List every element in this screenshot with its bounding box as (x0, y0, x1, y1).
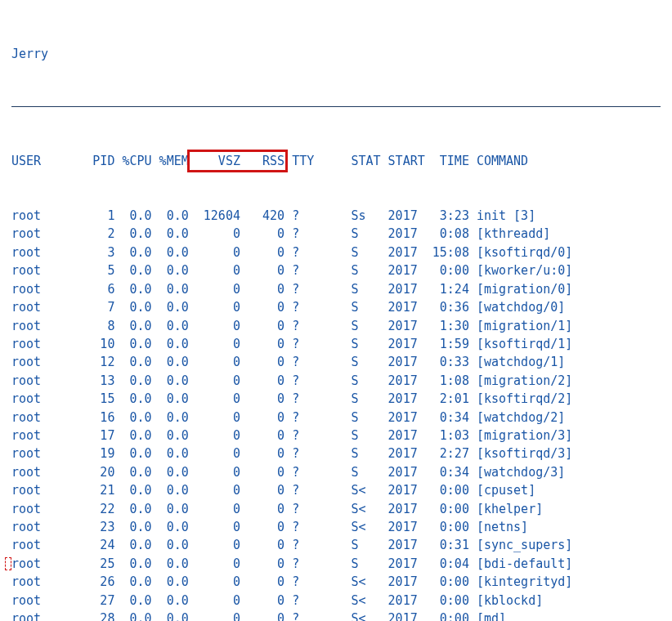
window-title: Jerry (11, 45, 661, 63)
divider (11, 106, 661, 107)
table-header: USER PID %CPU %MEM VSZ RSS TTY STAT STAR… (11, 152, 661, 170)
process-rows: root 1 0.0 0.0 12604 420 ? Ss 2017 3:23 … (11, 207, 661, 621)
terminal-output: Jerry USER PID %CPU %MEM VSZ RSS TTY STA… (0, 0, 672, 621)
